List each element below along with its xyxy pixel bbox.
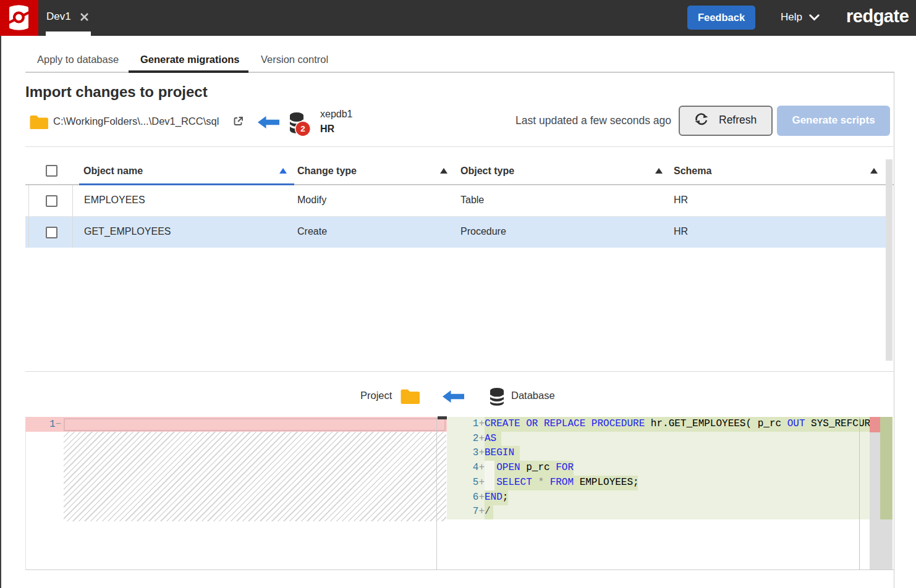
svg-text:2: 2: [300, 124, 305, 133]
